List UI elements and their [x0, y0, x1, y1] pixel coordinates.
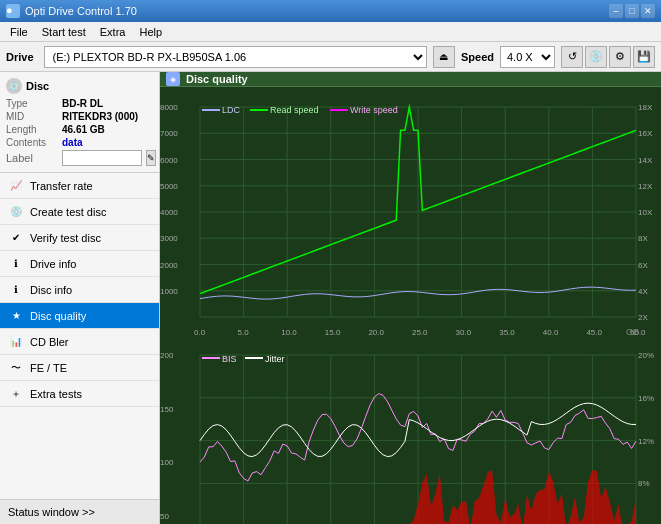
drive-label: Drive [6, 51, 34, 63]
status-window-button[interactable]: Status window >> [0, 500, 159, 524]
menu-bar: File Start test Extra Help [0, 22, 661, 42]
bis-chart [160, 337, 661, 524]
nav-disc-info-label: Disc info [30, 284, 72, 296]
disc-info-panel: 💿 Disc Type BD-R DL MID RITEKDR3 (000) L… [0, 72, 159, 173]
settings-icon[interactable]: ⚙ [609, 46, 631, 68]
nav-verify-test-disc[interactable]: ✔ Verify test disc [0, 225, 159, 251]
nav-disc-info[interactable]: ℹ Disc info [0, 277, 159, 303]
charts-container [160, 87, 661, 524]
disc-section-label: Disc [26, 80, 49, 92]
disc-icon[interactable]: 💿 [585, 46, 607, 68]
verify-disc-icon: ✔ [8, 230, 24, 246]
disc-header-icon: 💿 [6, 78, 22, 94]
speed-label: Speed [461, 51, 494, 63]
speed-select[interactable]: 4.0 X [500, 46, 555, 68]
refresh-icon[interactable]: ↺ [561, 46, 583, 68]
disc-contents-val: data [62, 137, 83, 148]
disc-mid-val: RITEKDR3 (000) [62, 111, 138, 122]
nav-create-test-disc-label: Create test disc [30, 206, 106, 218]
app-title: Opti Drive Control 1.70 [25, 5, 137, 17]
nav-extra-tests[interactable]: ＋ Extra tests [0, 381, 159, 407]
nav-verify-test-disc-label: Verify test disc [30, 232, 101, 244]
status-window-label: Status window >> [8, 506, 95, 518]
chart-header: ◈ Disc quality [160, 72, 661, 87]
create-disc-icon: 💿 [8, 204, 24, 220]
nav-fe-te[interactable]: 〜 FE / TE [0, 355, 159, 381]
nav-cd-bler[interactable]: 📊 CD Bler [0, 329, 159, 355]
nav-fe-te-label: FE / TE [30, 362, 67, 374]
disc-quality-icon: ★ [8, 308, 24, 324]
disc-label-button[interactable]: ✎ [146, 150, 156, 166]
menu-help[interactable]: Help [133, 24, 168, 40]
chart-title: Disc quality [186, 73, 248, 85]
disc-length-val: 46.61 GB [62, 124, 105, 135]
drive-eject-button[interactable]: ⏏ [433, 46, 455, 68]
extra-tests-icon: ＋ [8, 386, 24, 402]
maximize-button[interactable]: □ [625, 4, 639, 18]
disc-label-input[interactable] [62, 150, 142, 166]
menu-file[interactable]: File [4, 24, 34, 40]
menu-start-test[interactable]: Start test [36, 24, 92, 40]
disc-info-icon: ℹ [8, 282, 24, 298]
disc-label-key: Label [6, 152, 58, 164]
nav-transfer-rate-label: Transfer rate [30, 180, 93, 192]
cd-bler-icon: 📊 [8, 334, 24, 350]
disc-type-key: Type [6, 98, 58, 109]
disc-length-key: Length [6, 124, 58, 135]
nav-disc-quality-label: Disc quality [30, 310, 86, 322]
chart-icon: ◈ [166, 72, 180, 86]
title-bar: ● Opti Drive Control 1.70 – □ ✕ [0, 0, 661, 22]
nav-drive-info-label: Drive info [30, 258, 76, 270]
sidebar-bottom: Status window >> [0, 499, 159, 524]
nav-cd-bler-label: CD Bler [30, 336, 69, 348]
drive-select[interactable]: (E:) PLEXTOR BD-R PX-LB950SA 1.06 [44, 46, 427, 68]
main-layout: 💿 Disc Type BD-R DL MID RITEKDR3 (000) L… [0, 72, 661, 524]
nav-extra-tests-label: Extra tests [30, 388, 82, 400]
ldc-chart [160, 87, 661, 337]
nav-create-test-disc[interactable]: 💿 Create test disc [0, 199, 159, 225]
menu-extra[interactable]: Extra [94, 24, 132, 40]
nav-drive-info[interactable]: ℹ Drive info [0, 251, 159, 277]
sidebar: 💿 Disc Type BD-R DL MID RITEKDR3 (000) L… [0, 72, 160, 524]
nav-disc-quality[interactable]: ★ Disc quality [0, 303, 159, 329]
close-button[interactable]: ✕ [641, 4, 655, 18]
nav-transfer-rate[interactable]: 📈 Transfer rate [0, 173, 159, 199]
disc-mid-key: MID [6, 111, 58, 122]
drive-info-icon: ℹ [8, 256, 24, 272]
app-icon: ● [6, 4, 20, 18]
disc-type-val: BD-R DL [62, 98, 103, 109]
fe-te-icon: 〜 [8, 360, 24, 376]
transfer-rate-icon: 📈 [8, 178, 24, 194]
content-area: ◈ Disc quality LDC BIS Avg 747.77 11.84 [160, 72, 661, 524]
disc-contents-key: Contents [6, 137, 58, 148]
drive-toolbar: Drive (E:) PLEXTOR BD-R PX-LB950SA 1.06 … [0, 42, 661, 72]
save-icon[interactable]: 💾 [633, 46, 655, 68]
sidebar-nav: 📈 Transfer rate 💿 Create test disc ✔ Ver… [0, 173, 159, 499]
minimize-button[interactable]: – [609, 4, 623, 18]
